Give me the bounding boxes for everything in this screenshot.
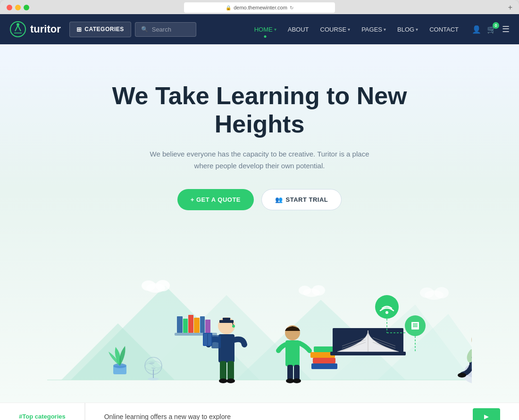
svg-point-35 (232, 325, 235, 328)
nav-contact[interactable]: CONTACT (425, 22, 463, 37)
svg-rect-53 (313, 358, 335, 363)
trial-label: START TRIAL (286, 196, 328, 203)
cart-icon-button[interactable]: 🛒 0 (487, 25, 496, 34)
website-content: turitor ⊞ CATEGORIES 🔍 HOME ▾ ABOUT (0, 14, 519, 420)
hero-title: We Take Learning to New Heights (94, 82, 425, 139)
nav-about[interactable]: ABOUT (283, 22, 314, 37)
svg-rect-33 (223, 318, 230, 320)
svg-point-75 (471, 332, 472, 347)
trial-icon: 👥 (275, 196, 283, 203)
svg-rect-28 (194, 318, 200, 333)
svg-rect-25 (177, 316, 183, 333)
svg-point-16 (435, 287, 449, 298)
new-tab-button[interactable]: + (508, 3, 512, 12)
top-categories-label: #Top categories (0, 403, 85, 420)
categories-button[interactable]: ⊞ CATEGORIES (69, 22, 131, 37)
bottom-btn-label: ▶ (484, 413, 489, 420)
hero-illustration (47, 239, 472, 389)
get-quote-button[interactable]: + GET A QUOTE (177, 189, 254, 210)
svg-rect-26 (183, 319, 188, 333)
nav-course-label: COURSE (320, 26, 347, 33)
svg-point-66 (385, 311, 388, 314)
nav-blog-label: BLOG (397, 26, 414, 33)
logo-text: turitor (30, 23, 61, 35)
categories-label: CATEGORIES (84, 26, 124, 33)
lock-icon: 🔒 (226, 5, 231, 10)
hero-buttons: + GET A QUOTE 👥 START TRIAL (94, 189, 425, 210)
logo[interactable]: turitor (9, 21, 61, 38)
svg-rect-41 (227, 361, 234, 380)
chevron-down-icon: ▾ (274, 27, 276, 32)
search-icon: 🔍 (141, 26, 148, 33)
svg-point-11 (142, 280, 156, 291)
nav-pages[interactable]: PAGES ▾ (357, 22, 391, 37)
hamburger-button[interactable]: ☰ (502, 24, 510, 34)
nav-home-label: HOME (254, 26, 273, 33)
bottom-bar: #Top categories Online learning offers a… (0, 403, 519, 420)
nav-home[interactable]: HOME ▾ (250, 22, 281, 37)
nav-course[interactable]: COURSE ▾ (316, 22, 355, 37)
svg-point-10 (156, 280, 170, 291)
svg-rect-40 (220, 361, 226, 380)
address-bar[interactable]: 🔒 demo.themewinter.com ↻ (184, 2, 335, 13)
hero-subtitle: We believe everyone has the capacity to … (146, 148, 373, 172)
top-categories-text: #Top categories (19, 413, 66, 420)
svg-point-13 (312, 285, 325, 296)
close-dot[interactable] (7, 5, 12, 10)
svg-rect-27 (188, 315, 193, 333)
grid-icon: ⊞ (76, 26, 82, 33)
svg-rect-49 (294, 365, 300, 380)
minimize-dot[interactable] (15, 5, 21, 10)
navbar: turitor ⊞ CATEGORIES 🔍 HOME ▾ ABOUT (0, 14, 519, 44)
nav-about-label: ABOUT (288, 26, 309, 33)
bottom-tagline: Online learning offers a new way to expl… (85, 413, 250, 420)
url-text: demo.themewinter.com (234, 5, 287, 10)
svg-point-17 (420, 288, 434, 298)
chevron-down-icon: ▾ (384, 27, 386, 32)
svg-rect-44 (211, 335, 221, 348)
svg-rect-70 (411, 322, 419, 329)
maximize-dot[interactable] (24, 5, 29, 10)
chevron-down-icon: ▾ (348, 27, 350, 32)
user-icon-button[interactable]: 👤 (472, 25, 481, 34)
svg-point-42 (219, 379, 227, 383)
svg-point-14 (299, 286, 311, 295)
nav-blog[interactable]: BLOG ▾ (393, 22, 423, 37)
svg-rect-29 (200, 316, 205, 333)
browser-titlebar: 🔒 demo.themewinter.com ↻ + (0, 5, 519, 14)
chevron-down-icon: ▾ (416, 27, 418, 32)
start-trial-button[interactable]: 👥 START TRIAL (261, 189, 342, 210)
svg-point-43 (226, 379, 235, 383)
hero-section: We Take Learning to New Heights We belie… (0, 44, 519, 403)
cart-badge: 0 (493, 22, 499, 29)
svg-rect-52 (311, 363, 337, 369)
nav-links: HOME ▾ ABOUT COURSE ▾ PAGES ▾ BLOG ▾ (250, 22, 463, 37)
svg-rect-48 (287, 365, 293, 380)
nav-contact-label: CONTACT (429, 26, 459, 33)
nav-icons: 👤 🛒 0 ☰ (472, 24, 510, 34)
browser-dots (7, 5, 29, 10)
search-input[interactable] (152, 26, 190, 33)
svg-point-1 (17, 23, 19, 26)
hero-text: We Take Learning to New Heights We belie… (94, 82, 425, 239)
refresh-icon: ↻ (290, 5, 293, 10)
bottom-cta-button[interactable]: ▶ (473, 408, 500, 420)
svg-rect-55 (314, 346, 335, 352)
search-bar[interactable]: 🔍 (135, 22, 196, 37)
logo-icon (9, 21, 26, 38)
svg-point-51 (293, 379, 301, 383)
active-dot (264, 35, 267, 38)
svg-rect-30 (205, 320, 210, 333)
nav-pages-label: PAGES (361, 26, 382, 33)
svg-point-82 (458, 373, 466, 378)
